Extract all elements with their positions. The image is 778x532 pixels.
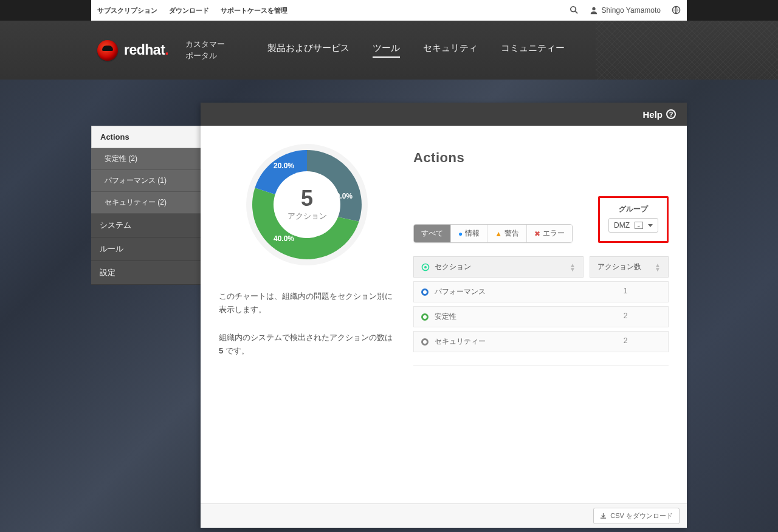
group-selector-highlight: グループ DMZ ⌄ bbox=[598, 196, 669, 243]
sidebar-item-stability[interactable]: 安定性 (2) bbox=[91, 148, 201, 170]
chart-description-2: 組織内のシステムで検出されたアクションの数は 5 です。 bbox=[219, 331, 395, 358]
svg-point-0 bbox=[571, 6, 576, 11]
donut-center-value: 5 bbox=[287, 188, 327, 210]
content-panel: Help ? bbox=[201, 103, 687, 528]
filter-error[interactable]: ✖エラー bbox=[526, 225, 572, 242]
svg-line-1 bbox=[576, 11, 578, 13]
filter-info[interactable]: ●情報 bbox=[450, 225, 487, 242]
brand-name: redhat. bbox=[124, 42, 168, 58]
globe-icon[interactable] bbox=[672, 5, 681, 16]
error-icon: ✖ bbox=[534, 230, 540, 238]
severity-filter: すべて ●情報 ▲警告 ✖エラー bbox=[413, 224, 573, 243]
sidebar-item-systems[interactable]: システム bbox=[91, 214, 201, 237]
row-icon bbox=[421, 313, 429, 321]
col-section[interactable]: セクション ▲▼ bbox=[413, 256, 584, 278]
select-icon: ⌄ bbox=[635, 222, 643, 229]
csv-button-label: CSV をダウンロード bbox=[610, 511, 673, 520]
util-link-downloads[interactable]: ダウンロード bbox=[169, 7, 209, 14]
row-count: 2 bbox=[583, 332, 668, 352]
sidebar-item-settings[interactable]: 設定 bbox=[91, 261, 201, 285]
row-label: セキュリティー bbox=[435, 336, 486, 347]
portal-label: カスタマーポータル bbox=[185, 39, 225, 61]
donut-center-label: アクション bbox=[287, 211, 327, 222]
sort-icon: ▲▼ bbox=[570, 263, 576, 271]
row-label: パフォーマンス bbox=[435, 287, 486, 297]
table-row[interactable]: 安定性 2 bbox=[413, 306, 669, 327]
donut-pct-2: 40.0% bbox=[274, 234, 294, 243]
svg-point-2 bbox=[593, 7, 596, 10]
brand[interactable]: redhat. bbox=[97, 40, 168, 61]
info-icon: ● bbox=[458, 230, 463, 238]
sidebar-item-security[interactable]: セキュリティー (2) bbox=[91, 192, 201, 214]
caret-down-icon bbox=[648, 224, 653, 227]
user-menu[interactable]: Shingo Yamamoto bbox=[590, 6, 661, 15]
sidebar: Actions 安定性 (2) パフォーマンス (1) セキュリティー (2) … bbox=[91, 126, 201, 528]
download-icon bbox=[600, 513, 607, 519]
content-header: Help ? bbox=[201, 103, 687, 126]
sort-icon: ▲▼ bbox=[655, 263, 661, 271]
page-title: Actions bbox=[413, 150, 669, 166]
redhat-logo-icon bbox=[97, 40, 118, 61]
group-select[interactable]: DMZ ⌄ bbox=[608, 218, 658, 233]
util-link-subscriptions[interactable]: サブスクリプション bbox=[97, 7, 157, 14]
nav-security[interactable]: セキュリティ bbox=[423, 43, 478, 58]
donut-pct-3: 20.0% bbox=[274, 162, 294, 170]
filter-warn[interactable]: ▲警告 bbox=[487, 225, 526, 242]
user-name: Shingo Yamamoto bbox=[601, 6, 661, 15]
warning-icon: ▲ bbox=[495, 230, 502, 238]
content-footer: CSV をダウンロード bbox=[201, 503, 687, 528]
row-count: 2 bbox=[583, 307, 668, 327]
row-icon bbox=[421, 288, 429, 296]
col-count[interactable]: アクション数 ▲▼ bbox=[590, 256, 669, 278]
utility-links: サブスクリプション ダウンロード サポートケースを管理 bbox=[97, 6, 297, 15]
nav-decoration bbox=[596, 21, 778, 80]
main-nav: redhat. カスタマーポータル 製品およびサービス ツール セキュリティ コ… bbox=[91, 21, 687, 80]
svg-point-7 bbox=[424, 266, 427, 268]
nav-community[interactable]: コミュニティー bbox=[501, 43, 565, 58]
section-icon bbox=[421, 263, 430, 271]
donut-pct-1: 40.0% bbox=[332, 192, 353, 200]
sidebar-item-rules[interactable]: ルール bbox=[91, 237, 201, 261]
utility-bar: サブスクリプション ダウンロード サポートケースを管理 Shingo Yamam… bbox=[91, 0, 687, 21]
actions-donut-chart: 40.0% 40.0% 20.0% 5 アクション bbox=[240, 138, 374, 271]
help-icon: ? bbox=[666, 109, 676, 119]
table-header: セクション ▲▼ アクション数 ▲▼ bbox=[413, 256, 669, 278]
help-label: Help bbox=[642, 109, 663, 120]
row-label: 安定性 bbox=[435, 312, 456, 322]
user-icon bbox=[590, 6, 598, 15]
nav-tools[interactable]: ツール bbox=[373, 43, 400, 58]
filter-all[interactable]: すべて bbox=[414, 225, 450, 242]
table-row[interactable]: セキュリティー 2 bbox=[413, 331, 669, 352]
chart-description-1: このチャートは、組織内の問題をセクション別に表示します。 bbox=[219, 290, 395, 316]
nav-products[interactable]: 製品およびサービス bbox=[267, 43, 349, 58]
util-link-support[interactable]: サポートケースを管理 bbox=[221, 7, 287, 14]
group-selected-value: DMZ bbox=[614, 221, 630, 230]
help-link[interactable]: Help ? bbox=[642, 109, 676, 120]
sidebar-item-performance[interactable]: パフォーマンス (1) bbox=[91, 170, 201, 192]
row-icon bbox=[421, 338, 429, 346]
row-count: 1 bbox=[583, 282, 668, 302]
search-icon[interactable] bbox=[570, 5, 579, 16]
download-csv-button[interactable]: CSV をダウンロード bbox=[593, 508, 680, 524]
group-label: グループ bbox=[619, 204, 648, 214]
table-row[interactable]: パフォーマンス 1 bbox=[413, 281, 669, 302]
table-divider bbox=[413, 366, 669, 366]
sidebar-item-actions[interactable]: Actions bbox=[91, 126, 201, 148]
